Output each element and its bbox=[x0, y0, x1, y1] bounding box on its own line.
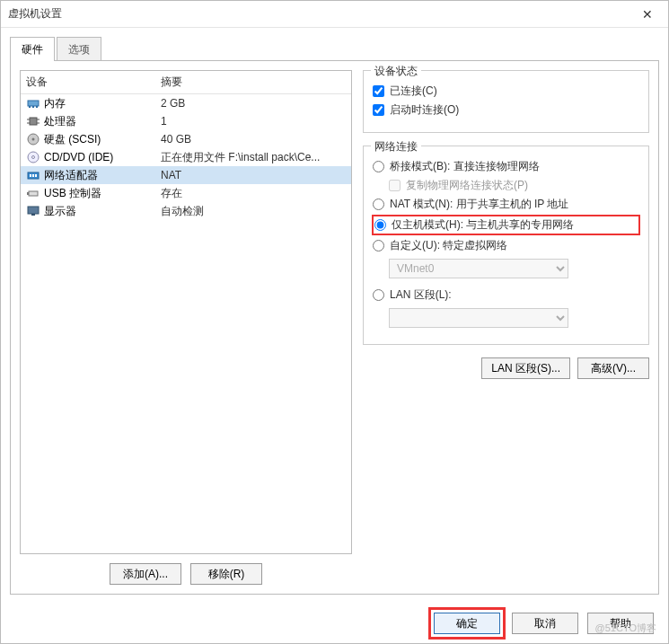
svg-rect-20 bbox=[31, 214, 35, 216]
device-summary: 自动检测 bbox=[161, 204, 346, 219]
svg-rect-4 bbox=[30, 118, 37, 125]
radio-bridged-label: 桥接模式(B): 直接连接物理网络 bbox=[390, 159, 540, 174]
device-summary: 40 GB bbox=[161, 133, 346, 146]
radio-hostonly-label: 仅主机模式(H): 与主机共享的专用网络 bbox=[392, 217, 574, 233]
radio-bridged[interactable]: 桥接模式(B): 直接连接物理网络 bbox=[373, 159, 639, 174]
right-panel: 设备状态 已连接(C) 启动时连接(O) 网络连接 桥接模式(B): 直接连接物… bbox=[363, 70, 649, 585]
checkbox-connected-label: 已连接(C) bbox=[390, 84, 437, 99]
device-list-header: 设备 摘要 bbox=[21, 71, 351, 94]
svg-point-12 bbox=[32, 156, 35, 159]
display-icon bbox=[26, 204, 40, 218]
radio-lan-segment[interactable]: LAN 区段(L): bbox=[373, 287, 639, 303]
col-header-device: 设备 bbox=[26, 75, 161, 90]
radio-custom-input[interactable] bbox=[373, 240, 384, 251]
cd-icon bbox=[26, 150, 40, 164]
svg-point-10 bbox=[32, 138, 35, 141]
device-summary: 1 bbox=[161, 115, 346, 128]
checkbox-connected-input[interactable] bbox=[373, 85, 384, 97]
add-button[interactable]: 添加(A)... bbox=[110, 563, 181, 585]
device-name: 显示器 bbox=[44, 204, 161, 219]
svg-rect-14 bbox=[30, 174, 31, 177]
svg-rect-2 bbox=[32, 106, 34, 108]
device-row-display[interactable]: 显示器 自动检测 bbox=[21, 202, 351, 220]
svg-rect-1 bbox=[29, 106, 31, 108]
device-summary: 2 GB bbox=[161, 97, 346, 110]
group-title-network: 网络连接 bbox=[371, 139, 421, 154]
device-list: 设备 摘要 内存 2 GB 处理器 1 硬盘 (SCSI) 40 G bbox=[20, 70, 352, 554]
svg-rect-0 bbox=[28, 101, 39, 106]
tab-options[interactable]: 选项 bbox=[57, 37, 101, 61]
svg-rect-18 bbox=[27, 192, 29, 195]
disk-icon bbox=[26, 132, 40, 146]
svg-rect-19 bbox=[28, 207, 39, 214]
tab-hardware[interactable]: 硬件 bbox=[10, 37, 55, 61]
svg-rect-15 bbox=[32, 174, 34, 177]
device-row-memory[interactable]: 内存 2 GB bbox=[21, 94, 351, 112]
checkbox-connect-startup-input[interactable] bbox=[373, 104, 384, 116]
device-row-usb[interactable]: USB 控制器 存在 bbox=[21, 184, 351, 202]
device-row-cpu[interactable]: 处理器 1 bbox=[21, 112, 351, 130]
device-row-cd[interactable]: CD/DVD (IDE) 正在使用文件 F:\install pack\Ce..… bbox=[21, 148, 351, 166]
radio-hostonly-input[interactable] bbox=[374, 219, 386, 231]
cpu-icon bbox=[26, 114, 40, 128]
device-name: 网络适配器 bbox=[44, 168, 161, 183]
radio-custom-label: 自定义(U): 特定虚拟网络 bbox=[390, 238, 507, 253]
device-name: 内存 bbox=[44, 96, 161, 111]
device-row-network[interactable]: 网络适配器 NAT bbox=[21, 166, 351, 184]
device-summary: 存在 bbox=[161, 186, 346, 201]
svg-rect-3 bbox=[36, 106, 38, 108]
network-extra-buttons: LAN 区段(S)... 高级(V)... bbox=[363, 357, 649, 379]
close-icon[interactable]: ✕ bbox=[634, 7, 661, 22]
help-button[interactable]: 帮助 bbox=[587, 613, 654, 634]
radio-nat-input[interactable] bbox=[373, 198, 384, 210]
memory-icon bbox=[26, 96, 40, 110]
lan-segments-button[interactable]: LAN 区段(S)... bbox=[481, 357, 570, 379]
combo-lan-segment bbox=[389, 308, 568, 328]
device-summary: 正在使用文件 F:\install pack\Ce... bbox=[161, 150, 346, 165]
tab-strip: 硬件 选项 bbox=[1, 33, 668, 60]
device-list-buttons: 添加(A)... 移除(R) bbox=[20, 563, 352, 585]
window-title: 虚拟机设置 bbox=[8, 6, 634, 22]
checkbox-connect-startup[interactable]: 启动时连接(O) bbox=[373, 102, 639, 118]
tab-content: 设备 摘要 内存 2 GB 处理器 1 硬盘 (SCSI) 40 G bbox=[10, 60, 659, 595]
titlebar: 虚拟机设置 ✕ bbox=[1, 1, 668, 28]
radio-hostonly[interactable]: 仅主机模式(H): 与主机共享的专用网络 bbox=[373, 216, 639, 234]
device-name: CD/DVD (IDE) bbox=[44, 151, 161, 163]
dialog-footer: 确定 取消 帮助 bbox=[1, 604, 668, 643]
group-device-status: 设备状态 已连接(C) 启动时连接(O) bbox=[363, 70, 649, 133]
col-header-summary: 摘要 bbox=[161, 75, 346, 90]
group-title-status: 设备状态 bbox=[371, 64, 421, 79]
usb-icon bbox=[26, 186, 40, 200]
svg-rect-17 bbox=[29, 191, 38, 196]
vm-settings-window: 虚拟机设置 ✕ 硬件 选项 设备 摘要 内存 2 GB 处理器 bbox=[0, 0, 669, 644]
radio-bridged-input[interactable] bbox=[373, 161, 384, 172]
remove-button[interactable]: 移除(R) bbox=[190, 563, 262, 585]
combo-custom-vmnet: VMnet0 bbox=[389, 259, 568, 278]
device-summary: NAT bbox=[161, 169, 346, 181]
radio-nat-label: NAT 模式(N): 用于共享主机的 IP 地址 bbox=[390, 197, 568, 212]
device-name: USB 控制器 bbox=[44, 186, 161, 201]
radio-lan-segment-label: LAN 区段(L): bbox=[390, 287, 452, 303]
left-panel: 设备 摘要 内存 2 GB 处理器 1 硬盘 (SCSI) 40 G bbox=[20, 70, 352, 585]
network-icon bbox=[26, 168, 40, 182]
cancel-button[interactable]: 取消 bbox=[512, 613, 578, 634]
svg-rect-16 bbox=[35, 174, 37, 177]
device-row-disk[interactable]: 硬盘 (SCSI) 40 GB bbox=[21, 130, 351, 148]
checkbox-replicate-physical-input bbox=[389, 180, 401, 191]
radio-nat[interactable]: NAT 模式(N): 用于共享主机的 IP 地址 bbox=[373, 197, 639, 212]
checkbox-replicate-physical-label: 复制物理网络连接状态(P) bbox=[406, 178, 528, 193]
radio-lan-segment-input[interactable] bbox=[373, 289, 384, 301]
radio-custom[interactable]: 自定义(U): 特定虚拟网络 bbox=[373, 238, 639, 253]
checkbox-replicate-physical: 复制物理网络连接状态(P) bbox=[389, 178, 639, 193]
ok-button[interactable]: 确定 bbox=[434, 613, 500, 634]
ok-highlight: 确定 bbox=[431, 610, 503, 637]
checkbox-connect-startup-label: 启动时连接(O) bbox=[390, 102, 459, 118]
device-name: 硬盘 (SCSI) bbox=[44, 132, 161, 147]
advanced-button[interactable]: 高级(V)... bbox=[577, 357, 649, 379]
checkbox-connected[interactable]: 已连接(C) bbox=[373, 84, 639, 99]
group-network-connection: 网络连接 桥接模式(B): 直接连接物理网络 复制物理网络连接状态(P) NAT… bbox=[363, 146, 649, 345]
device-name: 处理器 bbox=[44, 114, 161, 129]
